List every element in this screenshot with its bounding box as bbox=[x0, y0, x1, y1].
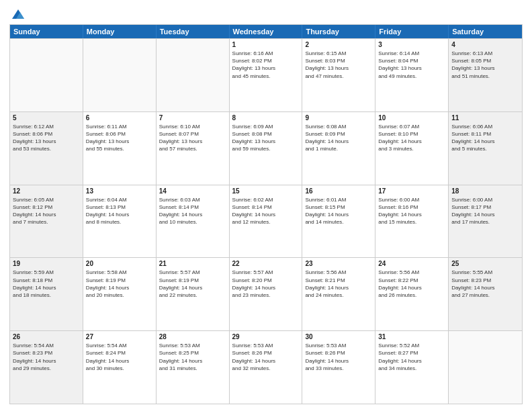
cal-cell-5: 5Sunrise: 6:12 AMSunset: 8:06 PMDaylight… bbox=[10, 112, 83, 185]
cell-info: Sunrise: 5:52 AMSunset: 8:27 PMDaylight:… bbox=[378, 342, 445, 372]
week-row-1: 1Sunrise: 6:16 AMSunset: 8:02 PMDaylight… bbox=[10, 38, 522, 111]
cal-cell-15: 15Sunrise: 6:02 AMSunset: 8:14 PMDayligh… bbox=[230, 185, 303, 258]
day-number: 17 bbox=[378, 187, 445, 195]
day-number: 29 bbox=[232, 333, 300, 340]
cal-cell-3: 3Sunrise: 6:14 AMSunset: 8:04 PMDaylight… bbox=[375, 39, 449, 111]
cal-cell-26: 26Sunrise: 5:54 AMSunset: 8:23 PMDayligh… bbox=[10, 331, 83, 404]
weekday-header-friday: Friday bbox=[375, 25, 449, 38]
cell-info: Sunrise: 6:01 AMSunset: 8:15 PMDaylight:… bbox=[305, 196, 372, 226]
cal-cell-28: 28Sunrise: 5:53 AMSunset: 8:25 PMDayligh… bbox=[157, 331, 230, 404]
cal-cell-19: 19Sunrise: 5:59 AMSunset: 8:18 PMDayligh… bbox=[10, 258, 83, 330]
cal-cell-7: 7Sunrise: 6:10 AMSunset: 8:07 PMDaylight… bbox=[157, 112, 230, 185]
day-number: 22 bbox=[232, 260, 300, 267]
week-row-4: 19Sunrise: 5:59 AMSunset: 8:18 PMDayligh… bbox=[10, 257, 522, 330]
cal-cell-23: 23Sunrise: 5:56 AMSunset: 8:21 PMDayligh… bbox=[302, 258, 375, 330]
cell-info: Sunrise: 6:16 AMSunset: 8:02 PMDaylight:… bbox=[232, 50, 300, 80]
cal-cell-24: 24Sunrise: 5:56 AMSunset: 8:22 PMDayligh… bbox=[375, 258, 449, 330]
cal-cell-29: 29Sunrise: 5:53 AMSunset: 8:26 PMDayligh… bbox=[230, 331, 303, 404]
day-number: 28 bbox=[159, 333, 226, 340]
day-number: 21 bbox=[159, 260, 226, 267]
day-number: 25 bbox=[451, 260, 519, 267]
cell-info: Sunrise: 6:05 AMSunset: 8:12 PMDaylight:… bbox=[13, 196, 80, 226]
cell-info: Sunrise: 6:04 AMSunset: 8:13 PMDaylight:… bbox=[86, 196, 153, 226]
cell-info: Sunrise: 5:53 AMSunset: 8:25 PMDaylight:… bbox=[159, 342, 226, 372]
cell-info: Sunrise: 5:58 AMSunset: 8:19 PMDaylight:… bbox=[86, 269, 153, 299]
weekday-header-tuesday: Tuesday bbox=[157, 25, 230, 38]
cell-info: Sunrise: 5:57 AMSunset: 8:19 PMDaylight:… bbox=[159, 269, 226, 299]
weekday-header-monday: Monday bbox=[83, 25, 157, 38]
day-number: 10 bbox=[378, 114, 445, 122]
cal-cell-10: 10Sunrise: 6:07 AMSunset: 8:10 PMDayligh… bbox=[375, 112, 449, 185]
day-number: 27 bbox=[86, 333, 153, 340]
day-number: 11 bbox=[451, 114, 519, 122]
cell-info: Sunrise: 6:03 AMSunset: 8:14 PMDaylight:… bbox=[159, 196, 226, 226]
day-number: 6 bbox=[86, 114, 153, 122]
cal-cell-4: 4Sunrise: 6:13 AMSunset: 8:05 PMDaylight… bbox=[449, 39, 522, 111]
header bbox=[9, 7, 523, 19]
cal-cell-empty-2 bbox=[157, 39, 230, 111]
weekday-header-sunday: Sunday bbox=[10, 25, 83, 38]
cal-cell-21: 21Sunrise: 5:57 AMSunset: 8:19 PMDayligh… bbox=[157, 258, 230, 330]
cal-cell-empty-6 bbox=[449, 331, 522, 404]
calendar: SundayMondayTuesdayWednesdayThursdayFrid… bbox=[9, 24, 523, 404]
cal-cell-13: 13Sunrise: 6:04 AMSunset: 8:13 PMDayligh… bbox=[83, 185, 157, 258]
logo bbox=[9, 7, 26, 19]
cell-info: Sunrise: 6:08 AMSunset: 8:09 PMDaylight:… bbox=[305, 123, 372, 153]
weekday-header-thursday: Thursday bbox=[302, 25, 375, 38]
calendar-header-row: SundayMondayTuesdayWednesdayThursdayFrid… bbox=[10, 25, 522, 38]
cell-info: Sunrise: 6:09 AMSunset: 8:08 PMDaylight:… bbox=[232, 123, 300, 153]
cal-cell-9: 9Sunrise: 6:08 AMSunset: 8:09 PMDaylight… bbox=[302, 112, 375, 185]
cal-cell-8: 8Sunrise: 6:09 AMSunset: 8:08 PMDaylight… bbox=[230, 112, 303, 185]
day-number: 5 bbox=[13, 114, 80, 122]
calendar-body: 1Sunrise: 6:16 AMSunset: 8:02 PMDaylight… bbox=[10, 38, 522, 404]
day-number: 12 bbox=[13, 187, 80, 195]
cal-cell-2: 2Sunrise: 6:15 AMSunset: 8:03 PMDaylight… bbox=[302, 39, 375, 111]
cal-cell-empty-1 bbox=[83, 39, 157, 111]
day-number: 26 bbox=[13, 333, 80, 340]
cal-cell-17: 17Sunrise: 6:00 AMSunset: 8:16 PMDayligh… bbox=[375, 185, 449, 258]
cell-info: Sunrise: 6:07 AMSunset: 8:10 PMDaylight:… bbox=[378, 123, 445, 153]
cell-info: Sunrise: 5:55 AMSunset: 8:23 PMDaylight:… bbox=[451, 269, 519, 299]
cal-cell-22: 22Sunrise: 5:57 AMSunset: 8:20 PMDayligh… bbox=[230, 258, 303, 330]
week-row-2: 5Sunrise: 6:12 AMSunset: 8:06 PMDaylight… bbox=[10, 111, 522, 185]
cal-cell-1: 1Sunrise: 6:16 AMSunset: 8:02 PMDaylight… bbox=[230, 39, 303, 111]
cell-info: Sunrise: 5:59 AMSunset: 8:18 PMDaylight:… bbox=[13, 269, 80, 299]
day-number: 4 bbox=[451, 41, 519, 48]
day-number: 7 bbox=[159, 114, 226, 122]
day-number: 2 bbox=[305, 41, 372, 48]
cal-cell-empty-0 bbox=[10, 39, 83, 111]
cal-cell-14: 14Sunrise: 6:03 AMSunset: 8:14 PMDayligh… bbox=[157, 185, 230, 258]
cal-cell-25: 25Sunrise: 5:55 AMSunset: 8:23 PMDayligh… bbox=[449, 258, 522, 330]
day-number: 24 bbox=[378, 260, 445, 267]
cell-info: Sunrise: 5:56 AMSunset: 8:21 PMDaylight:… bbox=[305, 269, 372, 299]
weekday-header-saturday: Saturday bbox=[449, 25, 522, 38]
cell-info: Sunrise: 5:56 AMSunset: 8:22 PMDaylight:… bbox=[378, 269, 445, 299]
cell-info: Sunrise: 6:00 AMSunset: 8:17 PMDaylight:… bbox=[451, 196, 519, 226]
cell-info: Sunrise: 6:15 AMSunset: 8:03 PMDaylight:… bbox=[305, 50, 372, 80]
cell-info: Sunrise: 6:11 AMSunset: 8:06 PMDaylight:… bbox=[86, 123, 153, 153]
cal-cell-27: 27Sunrise: 5:54 AMSunset: 8:24 PMDayligh… bbox=[83, 331, 157, 404]
week-row-3: 12Sunrise: 6:05 AMSunset: 8:12 PMDayligh… bbox=[10, 185, 522, 258]
day-number: 19 bbox=[13, 260, 80, 267]
day-number: 15 bbox=[232, 187, 300, 195]
logo-icon bbox=[11, 7, 26, 21]
cal-cell-30: 30Sunrise: 5:53 AMSunset: 8:26 PMDayligh… bbox=[302, 331, 375, 404]
cal-cell-31: 31Sunrise: 5:52 AMSunset: 8:27 PMDayligh… bbox=[375, 331, 449, 404]
cal-cell-16: 16Sunrise: 6:01 AMSunset: 8:15 PMDayligh… bbox=[302, 185, 375, 258]
cell-info: Sunrise: 6:14 AMSunset: 8:04 PMDaylight:… bbox=[378, 50, 445, 80]
cal-cell-12: 12Sunrise: 6:05 AMSunset: 8:12 PMDayligh… bbox=[10, 185, 83, 258]
cal-cell-18: 18Sunrise: 6:00 AMSunset: 8:17 PMDayligh… bbox=[449, 185, 522, 258]
day-number: 30 bbox=[305, 333, 372, 340]
cell-info: Sunrise: 5:57 AMSunset: 8:20 PMDaylight:… bbox=[232, 269, 300, 299]
day-number: 1 bbox=[232, 41, 300, 48]
cell-info: Sunrise: 5:54 AMSunset: 8:23 PMDaylight:… bbox=[13, 342, 80, 372]
cell-info: Sunrise: 6:12 AMSunset: 8:06 PMDaylight:… bbox=[13, 123, 80, 153]
day-number: 8 bbox=[232, 114, 300, 122]
logo-text bbox=[9, 7, 26, 21]
cell-info: Sunrise: 6:00 AMSunset: 8:16 PMDaylight:… bbox=[378, 196, 445, 226]
cell-info: Sunrise: 6:13 AMSunset: 8:05 PMDaylight:… bbox=[451, 50, 519, 80]
day-number: 23 bbox=[305, 260, 372, 267]
day-number: 13 bbox=[86, 187, 153, 195]
page: SundayMondayTuesdayWednesdayThursdayFrid… bbox=[0, 0, 532, 411]
weekday-header-wednesday: Wednesday bbox=[230, 25, 303, 38]
